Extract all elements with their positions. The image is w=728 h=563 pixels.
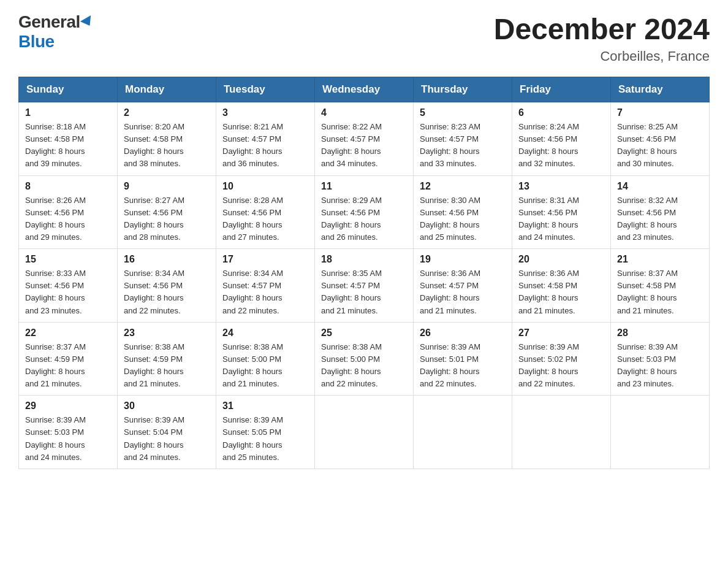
day-info: Sunrise: 8:39 AMSunset: 5:03 PMDaylight:…: [617, 341, 703, 391]
calendar-header-friday: Friday: [512, 77, 611, 102]
logo-general: General: [18, 12, 80, 32]
day-info: Sunrise: 8:18 AMSunset: 4:58 PMDaylight:…: [25, 121, 111, 170]
day-number: 27: [518, 327, 604, 339]
day-number: 12: [420, 181, 506, 192]
logo-triangle-icon: [80, 15, 95, 29]
day-number: 7: [617, 107, 703, 118]
logo-blue: Blue: [18, 32, 55, 51]
page-header: General Blue December 2024 Corbeilles, F…: [18, 12, 710, 64]
day-info: Sunrise: 8:39 AMSunset: 5:05 PMDaylight:…: [222, 414, 308, 464]
day-info: Sunrise: 8:21 AMSunset: 4:57 PMDaylight:…: [222, 121, 308, 170]
page-title: December 2024: [494, 12, 710, 46]
day-info: Sunrise: 8:36 AMSunset: 4:57 PMDaylight:…: [420, 267, 506, 317]
day-number: 9: [124, 181, 210, 192]
calendar-cell: 16Sunrise: 8:34 AMSunset: 4:56 PMDayligh…: [118, 249, 216, 323]
day-number: 16: [124, 254, 210, 265]
calendar-cell: 9Sunrise: 8:27 AMSunset: 4:56 PMDaylight…: [118, 175, 216, 249]
day-info: Sunrise: 8:36 AMSunset: 4:58 PMDaylight:…: [518, 267, 604, 317]
day-number: 8: [25, 181, 111, 192]
calendar-cell: 17Sunrise: 8:34 AMSunset: 4:57 PMDayligh…: [216, 249, 315, 323]
calendar-week-3: 15Sunrise: 8:33 AMSunset: 4:56 PMDayligh…: [19, 249, 710, 323]
day-info: Sunrise: 8:28 AMSunset: 4:56 PMDaylight:…: [222, 194, 308, 244]
day-number: 21: [617, 254, 703, 265]
day-info: Sunrise: 8:38 AMSunset: 5:00 PMDaylight:…: [321, 341, 407, 391]
calendar-cell: 11Sunrise: 8:29 AMSunset: 4:56 PMDayligh…: [315, 175, 414, 249]
day-info: Sunrise: 8:29 AMSunset: 4:56 PMDaylight:…: [321, 194, 407, 244]
day-number: 6: [518, 107, 604, 118]
calendar-cell: 18Sunrise: 8:35 AMSunset: 4:57 PMDayligh…: [315, 249, 414, 323]
calendar-cell: 10Sunrise: 8:28 AMSunset: 4:56 PMDayligh…: [216, 175, 315, 249]
day-info: Sunrise: 8:20 AMSunset: 4:58 PMDaylight:…: [124, 121, 210, 170]
logo: General Blue: [18, 12, 94, 52]
calendar-cell: 14Sunrise: 8:32 AMSunset: 4:56 PMDayligh…: [611, 175, 710, 249]
day-number: 13: [518, 181, 604, 192]
day-number: 25: [321, 327, 407, 339]
calendar-table: SundayMondayTuesdayWednesdayThursdayFrid…: [18, 77, 710, 469]
day-info: Sunrise: 8:34 AMSunset: 4:56 PMDaylight:…: [124, 267, 210, 317]
day-number: 14: [617, 181, 703, 192]
calendar-cell: [611, 396, 710, 469]
calendar-cell: 27Sunrise: 8:39 AMSunset: 5:02 PMDayligh…: [512, 322, 611, 396]
calendar-cell: 30Sunrise: 8:39 AMSunset: 5:04 PMDayligh…: [118, 396, 216, 469]
calendar-header-tuesday: Tuesday: [216, 77, 315, 102]
calendar-cell: 24Sunrise: 8:38 AMSunset: 5:00 PMDayligh…: [216, 322, 315, 396]
calendar-week-2: 8Sunrise: 8:26 AMSunset: 4:56 PMDaylight…: [19, 175, 710, 249]
day-number: 17: [222, 254, 308, 265]
day-info: Sunrise: 8:38 AMSunset: 5:00 PMDaylight:…: [222, 341, 308, 391]
calendar-cell: 15Sunrise: 8:33 AMSunset: 4:56 PMDayligh…: [19, 249, 118, 323]
calendar-cell: 7Sunrise: 8:25 AMSunset: 4:56 PMDaylight…: [611, 102, 710, 176]
day-number: 15: [25, 254, 111, 265]
day-number: 19: [420, 254, 506, 265]
day-number: 1: [25, 107, 111, 118]
calendar-week-1: 1Sunrise: 8:18 AMSunset: 4:58 PMDaylight…: [19, 102, 710, 176]
calendar-cell: 28Sunrise: 8:39 AMSunset: 5:03 PMDayligh…: [611, 322, 710, 396]
day-info: Sunrise: 8:26 AMSunset: 4:56 PMDaylight:…: [25, 194, 111, 244]
calendar-cell: 1Sunrise: 8:18 AMSunset: 4:58 PMDaylight…: [19, 102, 118, 176]
calendar-cell: 21Sunrise: 8:37 AMSunset: 4:58 PMDayligh…: [611, 249, 710, 323]
day-info: Sunrise: 8:39 AMSunset: 5:04 PMDaylight:…: [124, 414, 210, 464]
calendar-header-row: SundayMondayTuesdayWednesdayThursdayFrid…: [19, 77, 710, 102]
day-info: Sunrise: 8:39 AMSunset: 5:01 PMDaylight:…: [420, 341, 506, 391]
day-info: Sunrise: 8:23 AMSunset: 4:57 PMDaylight:…: [420, 121, 506, 170]
calendar-cell: [315, 396, 414, 469]
day-number: 5: [420, 107, 506, 118]
calendar-cell: 31Sunrise: 8:39 AMSunset: 5:05 PMDayligh…: [216, 396, 315, 469]
calendar-cell: 25Sunrise: 8:38 AMSunset: 5:00 PMDayligh…: [315, 322, 414, 396]
calendar-cell: 23Sunrise: 8:38 AMSunset: 4:59 PMDayligh…: [118, 322, 216, 396]
day-info: Sunrise: 8:39 AMSunset: 5:02 PMDaylight:…: [518, 341, 604, 391]
calendar-cell: 20Sunrise: 8:36 AMSunset: 4:58 PMDayligh…: [512, 249, 611, 323]
calendar-cell: [512, 396, 611, 469]
day-info: Sunrise: 8:35 AMSunset: 4:57 PMDaylight:…: [321, 267, 407, 317]
day-info: Sunrise: 8:38 AMSunset: 4:59 PMDaylight:…: [124, 341, 210, 391]
day-number: 23: [124, 327, 210, 339]
day-info: Sunrise: 8:25 AMSunset: 4:56 PMDaylight:…: [617, 121, 703, 170]
calendar-cell: 12Sunrise: 8:30 AMSunset: 4:56 PMDayligh…: [414, 175, 512, 249]
calendar-cell: 19Sunrise: 8:36 AMSunset: 4:57 PMDayligh…: [414, 249, 512, 323]
day-info: Sunrise: 8:39 AMSunset: 5:03 PMDaylight:…: [25, 414, 111, 464]
calendar-header-sunday: Sunday: [19, 77, 118, 102]
day-info: Sunrise: 8:24 AMSunset: 4:56 PMDaylight:…: [518, 121, 604, 170]
calendar-cell: 29Sunrise: 8:39 AMSunset: 5:03 PMDayligh…: [19, 396, 118, 469]
calendar-cell: 2Sunrise: 8:20 AMSunset: 4:58 PMDaylight…: [118, 102, 216, 176]
day-info: Sunrise: 8:33 AMSunset: 4:56 PMDaylight:…: [25, 267, 111, 317]
day-info: Sunrise: 8:32 AMSunset: 4:56 PMDaylight:…: [617, 194, 703, 244]
day-number: 18: [321, 254, 407, 265]
calendar-cell: 4Sunrise: 8:22 AMSunset: 4:57 PMDaylight…: [315, 102, 414, 176]
day-number: 10: [222, 181, 308, 192]
calendar-cell: 6Sunrise: 8:24 AMSunset: 4:56 PMDaylight…: [512, 102, 611, 176]
calendar-cell: 13Sunrise: 8:31 AMSunset: 4:56 PMDayligh…: [512, 175, 611, 249]
day-number: 3: [222, 107, 308, 118]
day-number: 26: [420, 327, 506, 339]
day-info: Sunrise: 8:30 AMSunset: 4:56 PMDaylight:…: [420, 194, 506, 244]
day-number: 29: [25, 400, 111, 412]
calendar-cell: [414, 396, 512, 469]
calendar-header-thursday: Thursday: [414, 77, 512, 102]
calendar-cell: 5Sunrise: 8:23 AMSunset: 4:57 PMDaylight…: [414, 102, 512, 176]
day-info: Sunrise: 8:22 AMSunset: 4:57 PMDaylight:…: [321, 121, 407, 170]
day-number: 11: [321, 181, 407, 192]
calendar-header-saturday: Saturday: [611, 77, 710, 102]
calendar-week-4: 22Sunrise: 8:37 AMSunset: 4:59 PMDayligh…: [19, 322, 710, 396]
day-number: 2: [124, 107, 210, 118]
day-info: Sunrise: 8:31 AMSunset: 4:56 PMDaylight:…: [518, 194, 604, 244]
day-number: 24: [222, 327, 308, 339]
